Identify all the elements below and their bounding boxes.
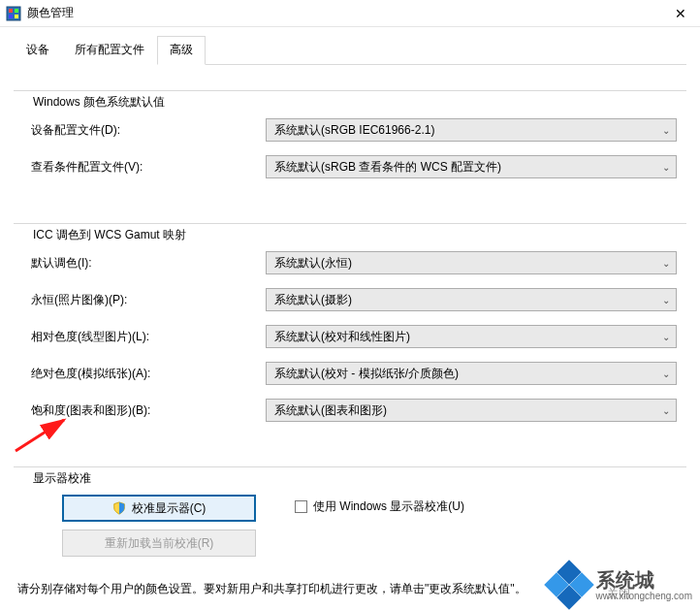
label-view-profile: 查看条件配置文件(V): <box>23 159 266 176</box>
title-bar: 颜色管理 ✕ <box>0 0 700 27</box>
label-default-intent: 默认调色(I): <box>23 255 266 272</box>
chevron-down-icon: ⌄ <box>662 332 670 342</box>
watermark-url: www.xitongcheng.com <box>596 591 693 601</box>
label-relative-intent: 相对色度(线型图片)(L): <box>23 329 266 345</box>
select-permanent-intent[interactable]: 系统默认(摄影) ⌄ <box>266 288 677 311</box>
shield-icon <box>112 501 126 515</box>
chevron-down-icon: ⌄ <box>662 125 670 136</box>
group-title-display-calibration: 显示器校准 <box>29 470 97 487</box>
checkbox-icon <box>295 500 307 513</box>
watermark: 系统城 www.xitongcheng.com <box>550 565 693 604</box>
app-icon <box>6 6 21 21</box>
watermark-name: 系统城 <box>596 569 693 591</box>
window-title: 颜色管理 <box>27 5 74 21</box>
group-display-calibration: 显示器校准 校准显示器(C) 重新加载当前校准(R) <box>14 459 686 562</box>
group-title-icc-gamut: ICC 调色到 WCS Gamut 映射 <box>29 227 192 243</box>
chevron-down-icon: ⌄ <box>662 405 670 416</box>
group-icc-gamut: ICC 调色到 WCS Gamut 映射 默认调色(I): 系统默认(永恒) ⌄… <box>14 215 686 441</box>
select-absolute-intent[interactable]: 系统默认(校对 - 模拟纸张/介质颜色) ⌄ <box>266 362 677 385</box>
svg-rect-3 <box>9 15 13 18</box>
svg-rect-4 <box>15 15 18 18</box>
select-default-intent[interactable]: 系统默认(永恒) ⌄ <box>266 251 677 274</box>
calibrate-display-button[interactable]: 校准显示器(C) <box>62 495 256 522</box>
tab-device[interactable]: 设备 <box>14 36 62 65</box>
group-title-windows-defaults: Windows 颜色系统默认值 <box>29 94 171 111</box>
group-windows-defaults: Windows 颜色系统默认值 设备配置文件(D): 系统默认(sRGB IEC… <box>14 82 686 198</box>
select-device-profile[interactable]: 系统默认(sRGB IEC61966-2.1) ⌄ <box>266 118 677 142</box>
tab-all-profiles[interactable]: 所有配置文件 <box>62 36 157 65</box>
close-button[interactable]: ✕ <box>661 0 700 27</box>
svg-rect-1 <box>9 9 13 13</box>
chevron-down-icon: ⌄ <box>662 295 670 305</box>
chevron-down-icon: ⌄ <box>662 162 670 173</box>
use-windows-calibration-checkbox[interactable]: 使用 Windows 显示器校准(U) <box>295 498 464 515</box>
watermark-logo-icon <box>550 565 589 604</box>
select-view-profile[interactable]: 系统默认(sRGB 查看条件的 WCS 配置文件) ⌄ <box>266 155 677 178</box>
label-absolute-intent: 绝对色度(模拟纸张)(A): <box>23 366 266 382</box>
select-saturation-intent[interactable]: 系统默认(图表和图形) ⌄ <box>266 399 677 422</box>
chevron-down-icon: ⌄ <box>662 258 670 269</box>
reload-calibration-button: 重新加载当前校准(R) <box>62 530 256 557</box>
svg-rect-2 <box>15 9 18 13</box>
tab-strip: 设备 所有配置文件 高级 <box>14 35 686 65</box>
close-icon: ✕ <box>675 6 686 21</box>
select-relative-intent[interactable]: 系统默认(校对和线性图片) ⌄ <box>266 325 677 348</box>
tab-advanced[interactable]: 高级 <box>157 36 206 65</box>
chevron-down-icon: ⌄ <box>662 369 670 379</box>
label-permanent-intent: 永恒(照片图像)(P): <box>23 292 266 308</box>
label-saturation-intent: 饱和度(图表和图形)(B): <box>23 402 266 419</box>
label-device-profile: 设备配置文件(D): <box>23 122 266 139</box>
